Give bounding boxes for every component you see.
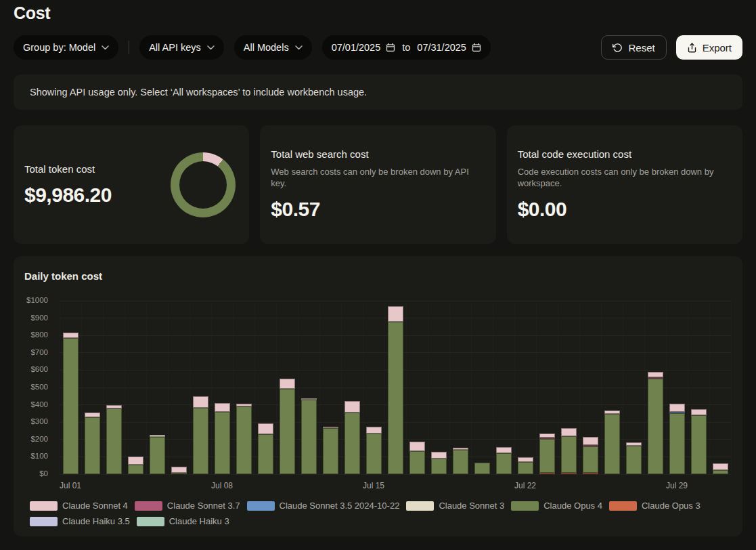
bar-segment bbox=[193, 408, 208, 474]
chevron-down-icon bbox=[207, 45, 215, 50]
export-button[interactable]: Export bbox=[676, 35, 742, 60]
legend-label: Claude Sonnet 3 bbox=[439, 501, 504, 511]
bar-segment bbox=[171, 467, 187, 473]
bar-segment bbox=[713, 463, 728, 469]
bar bbox=[496, 447, 512, 474]
bar-segment bbox=[583, 446, 598, 473]
bar-segment bbox=[258, 434, 273, 474]
bar-slot bbox=[471, 463, 493, 474]
bar-segment bbox=[63, 333, 79, 338]
legend-item: Claude Sonnet 4 bbox=[30, 501, 128, 511]
legend-item: Claude Sonnet 3.5 2024-10-22 bbox=[247, 501, 400, 511]
date-from-input[interactable]: 07/01/2025 bbox=[332, 42, 381, 53]
bar-slot bbox=[211, 403, 233, 474]
y-axis-tick: $500 bbox=[30, 383, 48, 391]
models-select[interactable]: All Models bbox=[234, 35, 312, 60]
legend-label: Claude Sonnet 3.7 bbox=[167, 501, 240, 511]
y-axis-tick: $0 bbox=[39, 469, 48, 478]
bar-segment bbox=[583, 473, 598, 474]
web-search-cost-value: $0.57 bbox=[271, 198, 485, 221]
summary-cards: Total token cost $9,986.20 Total web sea… bbox=[14, 125, 742, 244]
x-axis-label: Jul 29 bbox=[666, 481, 688, 490]
y-axis-tick: $600 bbox=[30, 365, 48, 373]
bar-segment bbox=[323, 428, 338, 474]
bar bbox=[583, 437, 598, 474]
card-description: Code execution costs can only be broken … bbox=[518, 167, 721, 189]
bar bbox=[85, 412, 100, 474]
total-token-cost-card: Total token cost $9,986.20 bbox=[14, 125, 249, 244]
group-by-label: Group by: Model bbox=[23, 42, 95, 53]
bar-segment bbox=[691, 409, 707, 415]
bar-segment bbox=[85, 417, 100, 474]
rotate-ccw-icon bbox=[613, 43, 623, 53]
bar-slot bbox=[623, 442, 644, 474]
bar bbox=[280, 379, 295, 474]
bar-slot bbox=[709, 463, 731, 474]
y-axis-tick: $300 bbox=[30, 417, 48, 425]
calendar-icon[interactable] bbox=[472, 43, 481, 52]
calendar-icon[interactable] bbox=[386, 43, 395, 52]
bar-slot bbox=[168, 467, 190, 474]
chevron-down-icon bbox=[102, 45, 109, 50]
bar-segment bbox=[280, 379, 295, 388]
bar-slot bbox=[384, 306, 406, 474]
date-to-input[interactable]: 07/31/2025 bbox=[417, 42, 466, 53]
cost-page: Cost Group by: Model All API keys All Mo… bbox=[0, 4, 756, 536]
bar-segment bbox=[453, 450, 468, 474]
reset-button[interactable]: Reset bbox=[601, 35, 666, 60]
bar-slot bbox=[125, 457, 146, 474]
legend-swatch bbox=[406, 501, 434, 511]
bar-segment bbox=[85, 412, 100, 417]
card-title: Total code execution cost bbox=[518, 148, 732, 160]
legend-swatch bbox=[30, 517, 58, 526]
legend-item: Claude Opus 4 bbox=[511, 501, 602, 511]
bar-slot bbox=[406, 442, 428, 474]
legend-swatch bbox=[247, 501, 275, 511]
bar bbox=[388, 306, 403, 474]
bar bbox=[713, 463, 728, 474]
api-keys-select[interactable]: All API keys bbox=[139, 35, 224, 60]
bar bbox=[518, 457, 533, 474]
bar-segment bbox=[388, 306, 403, 322]
plot-area: $0$100$200$300$400$500$600$700$800$900$1… bbox=[60, 301, 731, 474]
bar-segment bbox=[409, 451, 425, 474]
bar-segment bbox=[431, 452, 447, 459]
bar-segment bbox=[236, 406, 252, 474]
bar-segment bbox=[669, 413, 685, 474]
bar-segment bbox=[215, 412, 230, 474]
x-axis-label: Jul 01 bbox=[60, 481, 81, 490]
token-cost-value: $9,986.20 bbox=[24, 184, 112, 207]
bar-segment bbox=[713, 470, 728, 474]
models-label: All Models bbox=[244, 42, 289, 53]
card-description: Web search costs can only be broken down… bbox=[271, 167, 474, 189]
bar-slot bbox=[341, 401, 363, 474]
bar-slot bbox=[298, 398, 319, 474]
bar-segment bbox=[215, 403, 230, 412]
bar-segment bbox=[431, 459, 447, 474]
bar-segment bbox=[561, 473, 577, 474]
x-axis-label: Jul 08 bbox=[211, 481, 233, 490]
bar bbox=[171, 467, 187, 474]
bar-segment bbox=[171, 473, 187, 474]
bar bbox=[258, 423, 273, 474]
bar bbox=[648, 372, 663, 475]
bar-slot bbox=[254, 423, 276, 474]
bar-slot bbox=[363, 427, 384, 474]
bar bbox=[453, 448, 468, 474]
bar-slot bbox=[81, 412, 103, 474]
group-by-select[interactable]: Group by: Model bbox=[14, 35, 118, 60]
bar-segment bbox=[128, 457, 143, 465]
toolbar-actions: Reset Export bbox=[601, 35, 742, 60]
bar-segment bbox=[301, 400, 317, 474]
bar-segment bbox=[366, 427, 382, 434]
y-axis-tick: $100 bbox=[30, 452, 48, 460]
legend-label: Claude Sonnet 3.5 2024-10-22 bbox=[280, 501, 400, 511]
bar-slot bbox=[449, 448, 471, 474]
bar bbox=[193, 396, 208, 474]
bar-segment bbox=[518, 457, 533, 462]
bar bbox=[323, 427, 338, 474]
web-search-cost-card: Total web search cost Web search costs c… bbox=[260, 125, 495, 244]
bar-segment bbox=[388, 322, 403, 474]
bar bbox=[561, 428, 577, 474]
chart-title: Daily token cost bbox=[24, 270, 732, 282]
